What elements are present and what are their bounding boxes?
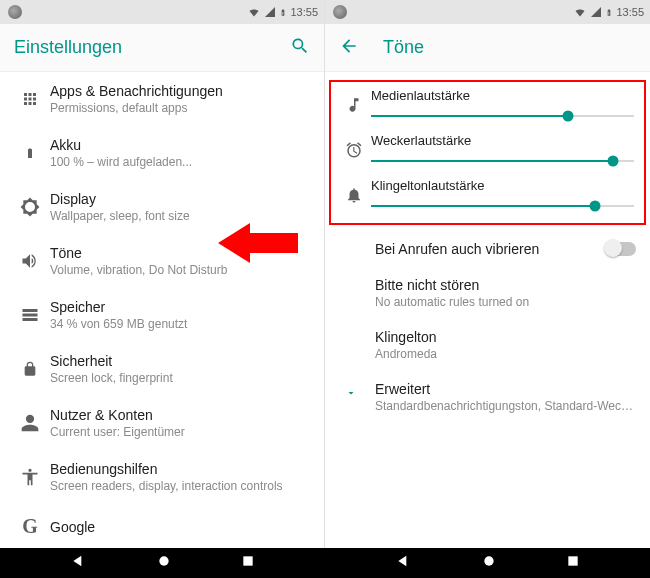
settings-item-battery[interactable]: Akku100 % – wird aufgeladen...: [0, 126, 324, 180]
svg-point-1: [159, 556, 168, 565]
brightness-icon: [20, 197, 40, 217]
phone-settings: 13:55 Einstellungen Apps & Benachrichtig…: [0, 0, 325, 548]
item-advanced[interactable]: Erweitert Standardbenachrichtigungston, …: [325, 371, 650, 423]
page-title: Töne: [383, 37, 636, 58]
signal-icon: [264, 6, 276, 18]
chevron-down-icon: [345, 385, 357, 403]
settings-item-security[interactable]: SicherheitScreen lock, fingerprint: [0, 342, 324, 396]
status-time: 13:55: [290, 6, 318, 18]
status-time: 13:55: [616, 6, 644, 18]
search-icon: [290, 36, 310, 56]
user-icon: [20, 413, 40, 433]
battery-icon: [24, 143, 36, 163]
battery-charge-icon: [605, 6, 613, 19]
alarm-icon: [345, 141, 363, 159]
wifi-icon: [247, 6, 261, 18]
volume-sliders-highlight: Medienlautstärke Weckerlautstärke: [329, 80, 646, 225]
nav-recents-button[interactable]: [566, 554, 580, 572]
settings-item-apps[interactable]: Apps & BenachrichtigungenPermissions, de…: [0, 72, 324, 126]
slider-track[interactable]: [371, 109, 634, 123]
bell-icon: [345, 186, 363, 204]
app-bar: Einstellungen: [0, 24, 324, 72]
settings-item-storage[interactable]: Speicher34 % von 659 MB genutzt: [0, 288, 324, 342]
settings-list: Apps & BenachrichtigungenPermissions, de…: [0, 72, 324, 548]
wifi-icon: [573, 6, 587, 18]
search-button[interactable]: [290, 36, 310, 60]
back-button[interactable]: [339, 36, 359, 60]
slider-track[interactable]: [371, 199, 634, 213]
accessibility-icon: [20, 467, 40, 487]
status-bar: 13:55: [0, 0, 324, 24]
slider-media[interactable]: Medienlautstärke: [337, 88, 634, 123]
page-title: Einstellungen: [14, 37, 290, 58]
toggle-vibrate-on-call[interactable]: Bei Anrufen auch vibrieren: [325, 231, 650, 267]
settings-item-users[interactable]: Nutzer & KontenCurrent user: Eigentümer: [0, 396, 324, 450]
arrow-back-icon: [339, 36, 359, 56]
status-bar: 13:55: [325, 0, 650, 24]
slider-track[interactable]: [371, 154, 634, 168]
nav-recents-button[interactable]: [241, 554, 255, 572]
assistant-dot-icon: [333, 5, 347, 19]
signal-icon: [590, 6, 602, 18]
nav-back-button[interactable]: [70, 553, 86, 573]
item-ringtone[interactable]: Klingelton Andromeda: [325, 319, 650, 371]
svg-point-3: [484, 556, 493, 565]
settings-item-accessibility[interactable]: BedienungshilfenScreen readers, display,…: [0, 450, 324, 504]
svg-rect-2: [244, 556, 253, 565]
slider-ring[interactable]: Klingeltonlautstärke: [337, 178, 634, 213]
battery-charge-icon: [279, 6, 287, 19]
assistant-dot-icon: [8, 5, 22, 19]
google-icon: G: [22, 515, 38, 538]
storage-icon: [20, 306, 40, 324]
slider-alarm[interactable]: Weckerlautstärke: [337, 133, 634, 168]
nav-bar: [0, 548, 650, 578]
nav-home-button[interactable]: [481, 553, 497, 573]
settings-item-display[interactable]: DisplayWallpaper, sleep, font size: [0, 180, 324, 234]
nav-back-button[interactable]: [395, 553, 411, 573]
nav-home-button[interactable]: [156, 553, 172, 573]
music-note-icon: [345, 96, 363, 114]
phone-sound-settings: 13:55 Töne Medienlautstärke Wecke: [325, 0, 650, 548]
apps-icon: [21, 90, 39, 108]
volume-icon: [20, 251, 40, 271]
settings-item-google[interactable]: G Google: [0, 504, 324, 538]
switch-off-icon[interactable]: [606, 242, 636, 256]
item-do-not-disturb[interactable]: Bitte nicht stören No automatic rules tu…: [325, 267, 650, 319]
lock-icon: [22, 359, 38, 379]
settings-item-sound[interactable]: TöneVolume, vibration, Do Not Disturb: [0, 234, 324, 288]
svg-rect-4: [569, 556, 578, 565]
app-bar: Töne: [325, 24, 650, 72]
